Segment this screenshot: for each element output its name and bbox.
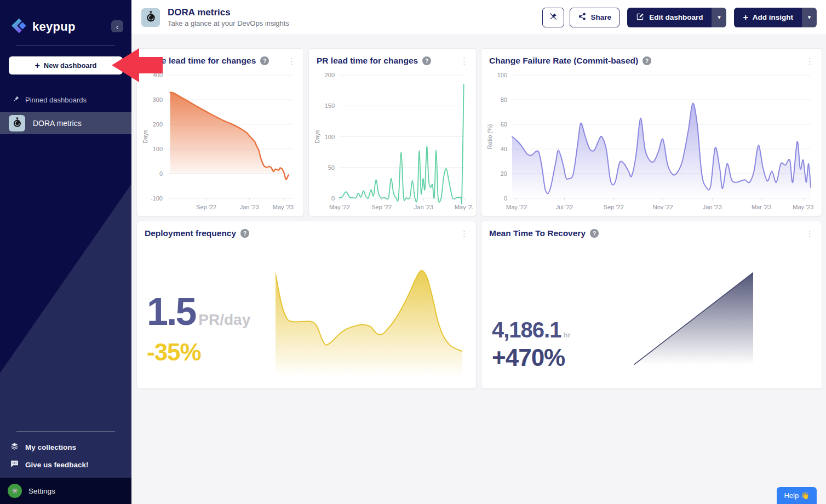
card-title: Mean Time To Recovery xyxy=(489,228,586,238)
stopwatch-icon xyxy=(9,115,25,131)
svg-text:Nov '22: Nov '22 xyxy=(653,204,673,210)
svg-text:-100: -100 xyxy=(151,195,163,202)
svg-text:May '23: May '23 xyxy=(793,204,813,210)
svg-text:Mar '23: Mar '23 xyxy=(752,204,771,210)
card-title: Change Failure Rate (Commit-based) xyxy=(489,56,638,66)
svg-text:May '23: May '23 xyxy=(273,204,294,210)
svg-text:Days: Days xyxy=(142,129,148,144)
add-insight-dropdown[interactable]: ▾ xyxy=(802,8,817,27)
user-avatar: ✳ xyxy=(8,484,22,498)
card-issue-lead-time: Issue lead time for changes ? ⋮ -1000100… xyxy=(136,48,304,216)
svg-text:50: 50 xyxy=(328,164,335,171)
svg-text:Sep '22: Sep '22 xyxy=(196,204,216,210)
card-title: Issue lead time for changes xyxy=(145,56,256,66)
svg-text:Jul '22: Jul '22 xyxy=(556,204,573,210)
help-circle-icon[interactable]: ? xyxy=(590,229,599,238)
stat-unit: hr xyxy=(563,331,570,339)
svg-text:May '22: May '22 xyxy=(506,204,527,210)
svg-text:300: 300 xyxy=(153,96,163,103)
sidebar-item-feedback[interactable]: Give us feedback! xyxy=(0,456,131,473)
svg-text:0: 0 xyxy=(504,195,507,202)
help-circle-icon[interactable]: ? xyxy=(260,56,269,65)
svg-text:0: 0 xyxy=(331,195,335,202)
sparkline-deployment-frequency xyxy=(276,264,462,377)
help-circle-icon[interactable]: ? xyxy=(422,56,431,65)
deployment-frequency-stat: 1.5 PR/day -35% xyxy=(147,293,250,366)
svg-text:400: 400 xyxy=(153,72,163,78)
sidebar-item-my-collections[interactable]: My collections xyxy=(0,438,131,456)
svg-text:Days: Days xyxy=(314,129,320,144)
edit-dashboard-split-button: Edit dashboard ▾ xyxy=(627,8,726,27)
share-button[interactable]: Share xyxy=(570,8,620,27)
svg-text:0: 0 xyxy=(159,170,163,177)
sidebar-item-label: DORA metrics xyxy=(33,119,82,128)
chart-pr-lead-time: 050100150200May '22Sep '22Jan '23May '23… xyxy=(312,70,473,213)
svg-text:Sep '22: Sep '22 xyxy=(371,204,392,210)
caret-down-icon: ▾ xyxy=(718,14,721,21)
svg-text:May '23: May '23 xyxy=(455,204,473,210)
add-insight-button[interactable]: + Add insight xyxy=(734,8,802,27)
help-circle-icon[interactable]: ? xyxy=(240,229,249,238)
sidebar-collapse-button[interactable]: ‹ xyxy=(111,20,123,32)
keypup-logo-icon xyxy=(9,16,27,37)
settings-button[interactable]: ✳ Settings xyxy=(0,478,131,504)
share-icon xyxy=(578,12,587,22)
card-pr-lead-time: PR lead time for changes ? ⋮ 05010015020… xyxy=(308,48,477,216)
kebab-menu-icon[interactable]: ⋮ xyxy=(806,57,814,65)
pinned-dashboards-section-label: Pinned dashboards xyxy=(12,95,131,105)
card-title: PR lead time for changes xyxy=(317,56,418,66)
svg-text:60: 60 xyxy=(501,121,507,128)
stat-delta: +470% xyxy=(492,344,570,371)
svg-text:200: 200 xyxy=(153,121,163,128)
svg-text:100: 100 xyxy=(153,146,163,152)
svg-text:Sep '22: Sep '22 xyxy=(604,204,624,210)
page-subtitle: Take a glance at your DevOps insights xyxy=(168,19,289,27)
avatar-glyph: ✳ xyxy=(12,486,18,495)
card-deployment-frequency: Deployment frequency ? ⋮ 1.5 PR/day -35% xyxy=(136,221,477,389)
plus-icon: + xyxy=(35,61,39,71)
divider xyxy=(16,45,115,45)
card-title: Deployment frequency xyxy=(145,228,236,238)
new-dashboard-button[interactable]: + New dashboard xyxy=(9,56,123,75)
dashboard-header: DORA metrics Take a glance at your DevOp… xyxy=(131,0,826,35)
svg-text:100: 100 xyxy=(497,72,507,78)
sidebar-item-dora-metrics[interactable]: DORA metrics xyxy=(0,112,131,134)
stat-delta: -35% xyxy=(147,339,250,366)
chevron-left-icon: ‹ xyxy=(116,22,119,31)
kebab-menu-icon[interactable]: ⋮ xyxy=(460,230,468,238)
help-circle-icon[interactable]: ? xyxy=(643,56,651,65)
edit-pencil-icon xyxy=(636,12,645,22)
divider xyxy=(16,431,115,432)
unpin-dashboard-button[interactable] xyxy=(542,8,564,27)
svg-text:150: 150 xyxy=(325,102,335,109)
logo-text: keypup xyxy=(32,20,76,34)
svg-text:Jan '23: Jan '23 xyxy=(703,204,722,210)
chart-change-failure-rate: 020406080100May '22Jul '22Sep '22Nov '22… xyxy=(485,70,818,213)
stat-value: 1.5 xyxy=(147,293,195,331)
help-button[interactable]: Help 👋 xyxy=(777,487,817,504)
edit-dashboard-button[interactable]: Edit dashboard xyxy=(627,8,712,27)
logo: keypup xyxy=(0,0,131,37)
pin-icon xyxy=(12,95,20,105)
stat-value: 4,186.1 xyxy=(492,319,561,341)
kebab-menu-icon[interactable]: ⋮ xyxy=(460,57,468,65)
kebab-menu-icon[interactable]: ⋮ xyxy=(288,57,296,65)
caret-down-icon: ▾ xyxy=(808,14,811,21)
pin-off-icon xyxy=(548,12,558,23)
svg-text:May '22: May '22 xyxy=(329,204,350,210)
kebab-menu-icon[interactable]: ⋮ xyxy=(806,230,814,238)
svg-text:Jan '23: Jan '23 xyxy=(240,204,259,210)
svg-text:Jan '23: Jan '23 xyxy=(414,204,433,210)
chat-bubble-icon xyxy=(10,459,19,470)
layers-icon xyxy=(10,442,19,453)
card-change-failure-rate: Change Failure Rate (Commit-based) ? ⋮ 0… xyxy=(481,48,822,216)
page-title: DORA metrics xyxy=(168,7,289,18)
svg-text:200: 200 xyxy=(325,72,335,78)
dashboard-stopwatch-icon xyxy=(141,8,160,27)
edit-dashboard-dropdown[interactable]: ▾ xyxy=(712,8,726,27)
svg-text:40: 40 xyxy=(501,146,507,152)
plus-icon: + xyxy=(743,13,748,22)
card-mean-time-to-recovery: Mean Time To Recovery ? ⋮ 4,186.1 hr +47… xyxy=(481,221,822,389)
sparkline-mttr xyxy=(634,267,753,365)
svg-text:Ratio (%): Ratio (%) xyxy=(486,124,493,150)
